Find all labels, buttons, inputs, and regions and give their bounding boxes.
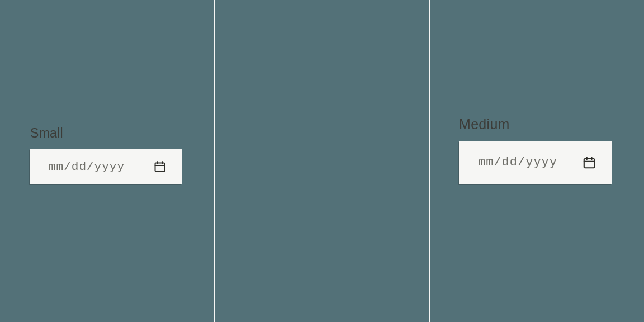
calendar-icon[interactable] bbox=[153, 160, 167, 173]
panel-large: Large mm/dd/yyyy bbox=[429, 0, 644, 322]
size-variants-canvas: Small mm/dd/yyyy Medium mm/dd/yyyy bbox=[0, 0, 644, 322]
date-input-small[interactable]: mm/dd/yyyy bbox=[30, 149, 182, 184]
date-placeholder: mm/dd/yyyy bbox=[49, 160, 125, 173]
panel-medium: Medium mm/dd/yyyy bbox=[215, 0, 429, 322]
variant-label-small: Small bbox=[30, 126, 63, 141]
svg-rect-0 bbox=[155, 163, 165, 172]
panel-small: Small mm/dd/yyyy bbox=[0, 0, 215, 322]
